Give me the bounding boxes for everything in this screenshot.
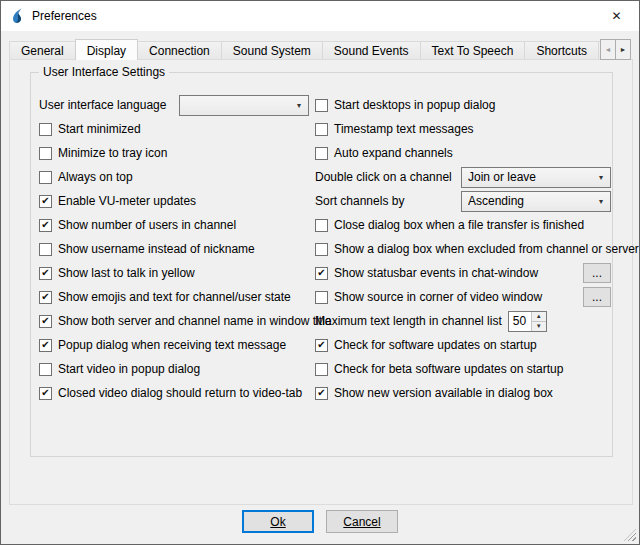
tab-display[interactable]: Display — [75, 39, 138, 60]
option-close-dialog-transfer[interactable]: ✔ Close dialog box when a file transfer … — [315, 213, 611, 237]
checkbox[interactable]: ✔ — [39, 123, 52, 136]
tab-scroll-left-icon[interactable]: ◄ — [600, 39, 616, 60]
checkbox-label: Check for beta software updates on start… — [334, 362, 563, 376]
checkbox[interactable]: ✔ — [315, 363, 328, 376]
tab-scroller: ◄ ► — [600, 39, 631, 60]
checkbox-label: Show both server and channel name in win… — [58, 314, 332, 328]
tab-shortcuts[interactable]: Shortcuts — [524, 41, 599, 60]
spin-buttons: ▲ ▼ — [531, 312, 546, 331]
checkbox-label: Timestamp text messages — [334, 122, 474, 136]
checkbox[interactable]: ✔ — [39, 171, 52, 184]
sort-channels-combo-value: Ascending — [468, 194, 592, 208]
tab-scroll-right-icon[interactable]: ► — [615, 39, 631, 60]
tab-sound-events[interactable]: Sound Events — [322, 41, 421, 60]
option-emojis-text-state[interactable]: ✔ Show emojis and text for channel/user … — [39, 285, 309, 309]
checkbox[interactable]: ✔ — [39, 195, 52, 208]
language-label: User interface language — [39, 98, 166, 112]
option-new-version-dialog[interactable]: ✔ Show new version available in dialog b… — [315, 381, 611, 405]
option-vu-meter-updates[interactable]: ✔ Enable VU-meter updates — [39, 189, 309, 213]
option-statusbar-events[interactable]: ✔ Show statusbar events in chat-window .… — [315, 261, 611, 285]
check-icon: ✔ — [317, 268, 325, 278]
option-video-source-corner[interactable]: ✔ Show source in corner of video window … — [315, 285, 611, 309]
tab-general[interactable]: General — [9, 41, 76, 60]
checkbox[interactable]: ✔ — [39, 219, 52, 232]
option-check-beta-updates[interactable]: ✔ Check for beta software updates on sta… — [315, 357, 611, 381]
checkbox[interactable]: ✔ — [315, 291, 328, 304]
checkbox[interactable]: ✔ — [39, 291, 52, 304]
tab-sound-system[interactable]: Sound System — [221, 41, 323, 60]
checkbox[interactable]: ✔ — [39, 363, 52, 376]
checkbox[interactable]: ✔ — [39, 243, 52, 256]
close-icon[interactable]: ✕ — [594, 1, 639, 30]
chevron-down-icon: ▾ — [592, 173, 610, 182]
checkbox-label: Show source in corner of video window — [334, 290, 542, 304]
checkbox[interactable]: ✔ — [315, 219, 328, 232]
option-popup-text-message[interactable]: ✔ Popup dialog when receiving text messa… — [39, 333, 309, 357]
chevron-down-icon: ▾ — [290, 101, 308, 110]
option-show-username[interactable]: ✔ Show username instead of nickname — [39, 237, 309, 261]
tab-connection[interactable]: Connection — [137, 41, 222, 60]
checkbox-label: Enable VU-meter updates — [58, 194, 196, 208]
tab-text-to-speech[interactable]: Text To Speech — [420, 41, 526, 60]
statusbar-events-more-button[interactable]: ... — [583, 263, 611, 283]
option-show-user-count[interactable]: ✔ Show number of users in channel — [39, 213, 309, 237]
window-title: Preferences — [32, 9, 97, 23]
checkbox-label: Check for software updates on startup — [334, 338, 537, 352]
checkbox-label: Always on top — [58, 170, 133, 184]
checkbox[interactable]: ✔ — [315, 243, 328, 256]
checkbox[interactable]: ✔ — [39, 267, 52, 280]
option-desktops-popup[interactable]: ✔ Start desktops in popup dialog — [315, 93, 611, 117]
sort-channels-combo[interactable]: Ascending ▾ — [461, 191, 611, 212]
check-icon: ✔ — [317, 388, 325, 398]
language-combo[interactable]: ▾ — [179, 95, 309, 116]
max-text-length-label: Maximum text length in channel list — [315, 314, 502, 328]
double-click-combo[interactable]: Join or leave ▾ — [461, 167, 611, 188]
checkbox[interactable]: ✔ — [315, 339, 328, 352]
titlebar[interactable]: Preferences ✕ — [1, 1, 639, 31]
double-click-combo-value: Join or leave — [468, 170, 592, 184]
option-dialog-excluded[interactable]: ✔ Show a dialog box when excluded from c… — [315, 237, 611, 261]
checkbox[interactable]: ✔ — [315, 99, 328, 112]
preferences-dialog: Preferences ✕ General Display Connection… — [0, 0, 640, 545]
option-check-updates[interactable]: ✔ Check for software updates on startup — [315, 333, 611, 357]
max-text-length-spin[interactable]: 50 ▲ ▼ — [508, 311, 547, 332]
option-last-to-talk[interactable]: ✔ Show last to talk in yellow — [39, 261, 309, 285]
option-minimize-to-tray[interactable]: ✔ Minimize to tray icon — [39, 141, 309, 165]
double-click-row: Double click on a channel Join or leave … — [315, 165, 611, 189]
checkbox-label: Start video in popup dialog — [58, 362, 200, 376]
spinner-up-icon[interactable]: ▲ — [532, 312, 546, 322]
display-tab-pane: User Interface Settings User interface l… — [9, 59, 633, 505]
checkbox[interactable]: ✔ — [315, 123, 328, 136]
checkbox[interactable]: ✔ — [39, 147, 52, 160]
checkbox[interactable]: ✔ — [315, 267, 328, 280]
check-icon: ✔ — [41, 340, 49, 350]
ok-button[interactable]: Ok — [242, 510, 314, 533]
checkbox[interactable]: ✔ — [39, 339, 52, 352]
left-column: User interface language ▾ ✔ Start minimi… — [39, 93, 309, 405]
option-server-channel-title[interactable]: ✔ Show both server and channel name in w… — [39, 309, 309, 333]
cancel-button[interactable]: Cancel — [326, 510, 398, 533]
max-text-length-row: Maximum text length in channel list 50 ▲… — [315, 309, 611, 333]
language-row: User interface language ▾ — [39, 93, 309, 117]
max-text-length-value[interactable]: 50 — [509, 312, 531, 331]
option-always-on-top[interactable]: ✔ Always on top — [39, 165, 309, 189]
right-column: ✔ Start desktops in popup dialog ✔ Times… — [315, 93, 611, 405]
checkbox[interactable]: ✔ — [315, 387, 328, 400]
check-icon: ✔ — [41, 196, 49, 206]
option-video-popup[interactable]: ✔ Start video in popup dialog — [39, 357, 309, 381]
option-closed-video-return[interactable]: ✔ Closed video dialog should return to v… — [39, 381, 309, 405]
double-click-label: Double click on a channel — [315, 170, 452, 184]
checkbox[interactable]: ✔ — [315, 147, 328, 160]
option-start-minimized[interactable]: ✔ Start minimized — [39, 117, 309, 141]
check-icon: ✔ — [41, 220, 49, 230]
video-source-more-button[interactable]: ... — [583, 287, 611, 307]
chevron-down-icon: ▾ — [592, 197, 610, 206]
checkbox[interactable]: ✔ — [39, 315, 52, 328]
option-timestamp-messages[interactable]: ✔ Timestamp text messages — [315, 117, 611, 141]
option-auto-expand-channels[interactable]: ✔ Auto expand channels — [315, 141, 611, 165]
check-icon: ✔ — [41, 292, 49, 302]
checkbox-label: Popup dialog when receiving text message — [58, 338, 286, 352]
check-icon: ✔ — [317, 340, 325, 350]
spinner-down-icon[interactable]: ▼ — [532, 322, 546, 331]
checkbox[interactable]: ✔ — [39, 387, 52, 400]
